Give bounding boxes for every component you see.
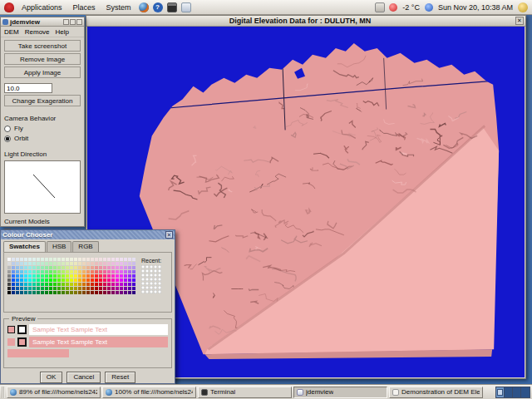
preview-swatch-outlined (7, 326, 15, 333)
camera-option-fly[interactable]: Fly (4, 125, 81, 132)
task-item-terminal[interactable]: Terminal (198, 387, 292, 398)
preview-label: Preview (9, 315, 37, 323)
light-direction-panel[interactable] (4, 160, 81, 214)
color-chooser-dialog: Colour Chooser ✕ Swatches HSB RGB Recent… (0, 229, 175, 384)
jdemview-minimize-button[interactable] (63, 19, 69, 25)
color-chooser-close-button[interactable]: ✕ (165, 231, 173, 239)
terminal-icon (201, 389, 208, 396)
ok-button[interactable]: OK (40, 372, 63, 383)
task-item-download-1[interactable]: 89% of file:///home/nels2426... (7, 387, 101, 398)
dem-window-close-button[interactable]: ✕ (515, 17, 524, 25)
workspace-switcher (495, 387, 530, 398)
exaggeration-input[interactable] (4, 83, 52, 93)
preview-swatch-bordered (17, 337, 27, 347)
mail-launcher-icon[interactable] (181, 2, 191, 12)
remove-image-button[interactable]: Remove Image (4, 53, 81, 65)
menu-dem[interactable]: DEM (4, 28, 19, 36)
task-item-download-2[interactable]: 100% of file:///home/nels242... (102, 387, 196, 398)
orbit-radio[interactable] (4, 135, 11, 142)
task-label: Demonstration of DEM Eleva... (401, 388, 480, 396)
jdemview-window-title: jdemview (10, 18, 62, 26)
top-panel: Applications Places System ? -2 °C Sun N… (0, 0, 532, 15)
taskbar: 89% of file:///home/nels2426... 100% of … (0, 384, 532, 399)
workspace-1[interactable] (496, 387, 505, 397)
light-direction-label: Light Direction (4, 150, 81, 158)
recent-label: Recent: (141, 258, 161, 264)
firefox-launcher-icon[interactable] (139, 2, 149, 12)
preview-swatch-white (17, 325, 27, 334)
redhat-menu-icon[interactable] (4, 2, 14, 12)
menu-applications[interactable]: Applications (17, 3, 67, 12)
task-label: Terminal (210, 388, 235, 396)
workspace-3[interactable] (513, 387, 521, 397)
color-chooser-titlebar[interactable]: Colour Chooser ✕ (1, 230, 175, 239)
download-icon (10, 389, 17, 396)
menu-places[interactable]: Places (68, 3, 101, 12)
task-label: 100% of file:///home/nels242... (115, 388, 193, 396)
download-icon (106, 389, 112, 396)
color-chooser-tabs: Swatches HSB RGB (1, 239, 175, 252)
task-label: jdemview (306, 388, 333, 396)
weather-applet-icon[interactable] (389, 3, 397, 12)
volume-icon[interactable] (375, 2, 385, 12)
terminal-launcher-icon[interactable] (167, 2, 177, 12)
camera-behavior-label: Camera Behavior (4, 115, 81, 122)
jdemview-titlebar[interactable]: jdemview (1, 17, 84, 27)
task-item-jdemview[interactable]: jdemview (293, 387, 387, 398)
preview-row-2: Sample Text Sample Text (7, 337, 168, 347)
preview-swatch-solid (7, 338, 15, 346)
take-screenshot-button[interactable]: Take screenshot (4, 40, 81, 52)
window-list-handle[interactable] (2, 387, 5, 398)
color-chooser-title: Colour Chooser (2, 231, 165, 239)
jdemview-body: Take screenshot Remove Image Apply Image… (1, 37, 84, 236)
jdemview-window: jdemview DEM Remove Help Take screenshot… (0, 17, 85, 227)
preview-color-bar (7, 349, 69, 357)
jdemview-menubar: DEM Remove Help (1, 27, 84, 37)
tab-rgb[interactable]: RGB (72, 241, 98, 252)
fly-radio[interactable] (4, 126, 11, 132)
task-label: 89% of file:///home/nels2426... (19, 388, 97, 396)
desktop: Applications Places System ? -2 °C Sun N… (0, 0, 532, 399)
workspace-2[interactable] (505, 387, 513, 397)
tab-hsb[interactable]: HSB (47, 241, 71, 252)
menu-help[interactable]: Help (56, 28, 69, 36)
task-item-dem-demo[interactable]: Demonstration of DEM Eleva... (389, 387, 483, 398)
apply-image-button[interactable]: Apply Image (4, 66, 81, 78)
temperature-readout: -2 °C (400, 3, 422, 12)
color-swatch-grid[interactable] (7, 258, 136, 308)
menu-system[interactable]: System (101, 3, 136, 12)
speaker-icon[interactable] (518, 2, 528, 12)
color-chooser-buttons: OK Cancel Reset (1, 372, 175, 383)
change-exaggeration-button[interactable]: Change Exageration (4, 95, 81, 106)
dem-window-title: Digital Elevation Data for : DULUTH, MN (86, 17, 514, 25)
preview-sample-text-on-color: Sample Text Sample Text (29, 337, 168, 347)
jdemview-maximize-button[interactable] (70, 19, 76, 25)
reset-button[interactable]: Reset (105, 372, 135, 383)
menu-remove[interactable]: Remove (25, 28, 50, 36)
clock[interactable]: Sun Nov 20, 10:38 AM (436, 3, 515, 12)
camera-option-orbit[interactable]: Orbit (4, 135, 81, 142)
java-icon (297, 389, 303, 396)
preview-sample-text-on-white: Sample Text Sample Text (29, 324, 168, 335)
help-launcher-icon[interactable]: ? (153, 2, 163, 12)
workspace-4[interactable] (521, 387, 530, 397)
orbit-radio-label: Orbit (14, 135, 28, 142)
document-icon (392, 389, 399, 396)
fly-radio-label: Fly (14, 125, 23, 132)
tab-swatches[interactable]: Swatches (3, 241, 46, 252)
jdemview-close-button[interactable] (76, 19, 82, 25)
recent-swatches: Recent: (141, 258, 162, 308)
recent-swatch-grid[interactable] (141, 265, 162, 294)
jdemview-window-icon (2, 19, 8, 25)
notification-icon[interactable] (425, 3, 433, 12)
preview-row-1: Sample Text Sample Text (7, 324, 168, 335)
cancel-button[interactable]: Cancel (66, 372, 101, 383)
light-direction-indicator (5, 161, 80, 213)
current-models-label: Current Models (4, 218, 81, 225)
dem-window-titlebar[interactable]: Digital Elevation Data for : DULUTH, MN … (86, 16, 525, 27)
swatch-panel: Recent: (3, 252, 172, 313)
preview-panel: Preview Sample Text Sample Text Sample T… (3, 318, 172, 368)
